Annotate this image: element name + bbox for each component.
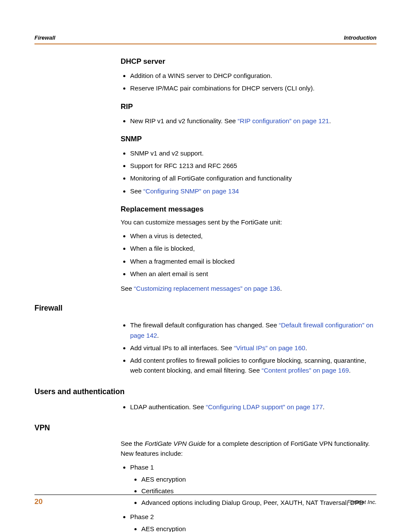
paragraph: See the FortiGate VPN Guide for a comple… xyxy=(121,439,377,459)
text: . xyxy=(349,367,351,374)
text: See the xyxy=(121,440,145,447)
publisher-name: Fortinet Inc. xyxy=(347,499,377,505)
text: . xyxy=(329,117,331,124)
text: LDAP authentication. See xyxy=(130,403,206,411)
page-number: 20 xyxy=(34,498,43,506)
list-item: LDAP authentication. See “Configuring LD… xyxy=(130,401,377,413)
list-item: When an alert email is sent xyxy=(130,268,377,280)
list-firewall: The firewall default configuration has c… xyxy=(121,319,377,376)
heading-users: Users and authentication xyxy=(34,387,377,396)
running-header: Firewall Introduction xyxy=(34,34,377,44)
paragraph: See “Customizing replacement messages” o… xyxy=(121,283,377,293)
heading-replacement: Replacement messages xyxy=(121,205,377,214)
text: The firewall default configuration has c… xyxy=(130,321,279,329)
list-item: When a virus is detected, xyxy=(130,230,377,242)
heading-snmp: SNMP xyxy=(121,135,377,143)
page-footer: 20 Fortinet Inc. xyxy=(34,495,377,506)
xref-link[interactable]: “RIP configuration” on page 121 xyxy=(238,117,329,124)
text: New RIP v1 and v2 functionality. See xyxy=(130,117,238,124)
xref-link[interactable]: “Configuring LDAP support” on page 177 xyxy=(206,403,323,411)
text: See xyxy=(121,285,134,292)
text: Phase 2 xyxy=(130,513,154,520)
list-rip: New RIP v1 and v2 functionality. See “RI… xyxy=(121,115,377,127)
main-content: DHCP server Addition of a WINS server to… xyxy=(121,57,377,532)
list-item: When a file is blocked, xyxy=(130,242,377,255)
text: . xyxy=(305,344,307,352)
heading-rip: RIP xyxy=(121,103,377,111)
list-item: SNMP v1 and v2 support. xyxy=(130,147,377,159)
paragraph: You can customize messages sent by the F… xyxy=(121,217,377,227)
xref-link[interactable]: “Customizing replacement messages” on pa… xyxy=(134,285,280,292)
list-item: The firewall default configuration has c… xyxy=(130,319,377,342)
list-item: Add content profiles to firewall policie… xyxy=(130,354,377,377)
list-replacement: When a virus is detected, When a file is… xyxy=(121,230,377,280)
list-item: Reserve IP/MAC pair combinations for DHC… xyxy=(130,82,377,94)
text: . xyxy=(157,332,159,339)
header-left: Firewall xyxy=(34,34,55,41)
list-item: AES encryption xyxy=(141,473,377,485)
page-container: Firewall Introduction DHCP server Additi… xyxy=(0,0,411,532)
list-item: New RIP v1 and v2 functionality. See “RI… xyxy=(130,115,377,127)
xref-link[interactable]: “Configuring SNMP” on page 134 xyxy=(143,187,239,195)
text: See xyxy=(130,187,143,195)
heading-vpn: VPN xyxy=(34,423,377,432)
xref-link[interactable]: “Virtual IPs” on page 160 xyxy=(234,344,305,352)
list-item: Phase 2 AES encryption xyxy=(130,510,377,532)
list-users: LDAP authentication. See “Configuring LD… xyxy=(121,401,377,413)
list-item: See “Configuring SNMP” on page 134 xyxy=(130,185,377,197)
list-item: AES encryption xyxy=(141,523,377,532)
sublist-phase2: AES encryption xyxy=(130,523,377,532)
text: . xyxy=(323,403,324,411)
list-dhcp: Addition of a WINS server to DHCP config… xyxy=(121,69,377,95)
text-emphasis: FortiGate VPN Guide xyxy=(145,440,206,447)
heading-dhcp: DHCP server xyxy=(121,57,377,66)
list-item: Addition of a WINS server to DHCP config… xyxy=(130,69,377,82)
text: Add virtual IPs to all interfaces. See xyxy=(130,344,234,352)
header-right: Introduction xyxy=(344,34,377,41)
list-item: When a fragmented email is blocked xyxy=(130,255,377,268)
text: . xyxy=(280,285,282,292)
list-snmp: SNMP v1 and v2 support. Support for RFC … xyxy=(121,147,377,197)
list-item: Support for RFC 1213 and RFC 2665 xyxy=(130,159,377,172)
list-item: Monitoring of all FortiGate configuratio… xyxy=(130,172,377,184)
heading-firewall: Firewall xyxy=(34,304,377,313)
list-item: Add virtual IPs to all interfaces. See “… xyxy=(130,342,377,354)
xref-link[interactable]: “Content profiles” on page 169 xyxy=(262,367,349,374)
text: Phase 1 xyxy=(130,464,154,471)
